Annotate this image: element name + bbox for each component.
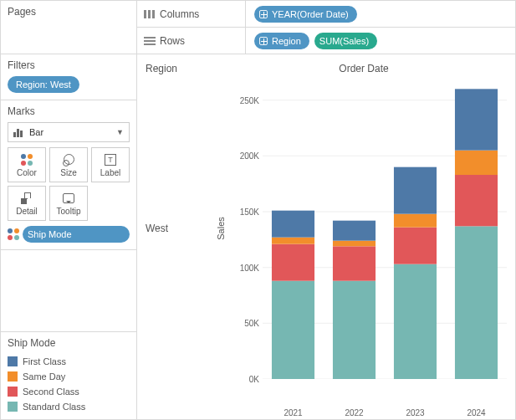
right-content: Columns YEAR(Order Date) Rows RegionSUM(… xyxy=(137,1,515,419)
bar-segment[interactable] xyxy=(272,244,314,281)
bar-segment[interactable] xyxy=(455,226,498,379)
marks-label-button[interactable]: T Label xyxy=(91,147,130,182)
tooltip-icon xyxy=(62,192,75,205)
chart-plot-area[interactable] xyxy=(263,78,507,379)
bar-chart-icon xyxy=(13,127,25,137)
marks-color-button[interactable]: Color xyxy=(8,147,46,182)
filters-title: Filters xyxy=(8,59,130,71)
marks-color-pill[interactable]: Ship Mode xyxy=(23,226,130,243)
y-tick-label: 200K xyxy=(240,151,259,161)
bar-segment[interactable] xyxy=(333,246,376,280)
filter-pill-region[interactable]: Region: West xyxy=(8,76,79,93)
rows-shelf-label: Rows xyxy=(137,28,246,54)
bar-segment[interactable] xyxy=(455,89,498,150)
columns-drop-area[interactable]: YEAR(Order Date) xyxy=(246,6,515,23)
x-axis-labels: 2021202220232024 xyxy=(263,408,507,417)
y-axis-ticks: 0K50K100K150K200K250K xyxy=(229,78,263,379)
bar-segment[interactable] xyxy=(394,214,437,228)
bar-segment[interactable] xyxy=(394,228,437,264)
mark-type-dropdown[interactable]: Bar ▼ xyxy=(8,122,130,142)
legend-item[interactable]: First Class xyxy=(8,354,130,369)
y-axis-title[interactable]: Sales xyxy=(212,78,229,379)
x-tick-label: 2023 xyxy=(385,408,446,417)
marks-color-label: Color xyxy=(17,168,37,177)
bar-segment[interactable] xyxy=(455,151,498,175)
legend-item[interactable]: Same Day xyxy=(8,369,130,384)
marks-color-assignment[interactable]: Ship Mode xyxy=(8,226,130,243)
viz-area: Region Order Date West Sales 0K50K100K15… xyxy=(137,54,515,419)
color-icon xyxy=(8,228,19,240)
column-field-header[interactable]: Order Date xyxy=(212,59,515,78)
y-tick-label: 100K xyxy=(240,263,259,272)
bar-segment[interactable] xyxy=(455,175,498,226)
field-pill[interactable]: Region xyxy=(254,33,309,49)
detail-icon xyxy=(20,192,33,205)
color-icon xyxy=(20,153,33,166)
x-tick-label: 2024 xyxy=(446,408,507,417)
color-legend: Ship Mode First ClassSame DaySecond Clas… xyxy=(1,331,136,419)
marks-size-label: Size xyxy=(60,168,76,177)
legend-swatch xyxy=(8,387,18,397)
legend-swatch xyxy=(8,356,18,366)
marks-buttons-grid: Color Size T Label Detail Tooltip xyxy=(8,147,130,221)
y-tick-label: 150K xyxy=(240,207,259,217)
bar-segment[interactable] xyxy=(394,167,437,214)
marks-tooltip-button[interactable]: Tooltip xyxy=(49,186,88,221)
rows-drop-area[interactable]: RegionSUM(Sales) xyxy=(246,33,515,49)
bar-segment[interactable] xyxy=(394,264,437,379)
legend-item[interactable]: Standard Class xyxy=(8,399,130,414)
bar-segment[interactable] xyxy=(333,241,376,247)
marks-label-label: Label xyxy=(100,168,120,177)
field-pill[interactable]: SUM(Sales) xyxy=(314,33,377,49)
legend-label: First Class xyxy=(23,356,66,366)
marks-detail-button[interactable]: Detail xyxy=(8,186,46,221)
legend-label: Standard Class xyxy=(23,402,85,412)
y-tick-label: 0K xyxy=(249,375,259,384)
row-field-header[interactable]: Region xyxy=(137,59,212,78)
legend-item[interactable]: Second Class xyxy=(8,384,130,399)
filters-shelf[interactable]: Filters Region: West xyxy=(1,54,136,100)
stacked-bar-chart xyxy=(263,78,507,379)
legend-swatch xyxy=(8,371,18,382)
x-tick-label: 2022 xyxy=(324,408,385,417)
mark-type-label: Bar xyxy=(29,127,43,137)
pages-shelf[interactable]: Pages xyxy=(1,1,136,54)
field-pill[interactable]: YEAR(Order Date) xyxy=(254,6,357,23)
bar-segment[interactable] xyxy=(272,281,314,379)
marks-tooltip-label: Tooltip xyxy=(57,207,81,216)
legend-title: Ship Mode xyxy=(8,337,130,349)
label-icon: T xyxy=(104,153,117,166)
tableau-worksheet: Pages Filters Region: West Marks Bar ▼ C… xyxy=(0,0,516,420)
bar-segment[interactable] xyxy=(333,221,376,241)
rows-icon xyxy=(144,37,156,45)
pages-title: Pages xyxy=(8,6,130,18)
chevron-down-icon: ▼ xyxy=(116,128,124,136)
row-header-value[interactable]: West xyxy=(137,78,212,379)
columns-shelf[interactable]: Columns YEAR(Order Date) xyxy=(137,1,515,28)
x-tick-label: 2021 xyxy=(263,408,324,417)
columns-icon xyxy=(144,10,156,18)
rows-shelf[interactable]: Rows RegionSUM(Sales) xyxy=(137,28,515,54)
columns-shelf-label: Columns xyxy=(137,1,246,27)
marks-size-button[interactable]: Size xyxy=(49,147,88,182)
expand-icon xyxy=(259,10,268,18)
bar-segment[interactable] xyxy=(272,211,314,238)
legend-label: Second Class xyxy=(23,387,79,397)
size-icon xyxy=(62,153,75,166)
expand-icon xyxy=(259,37,268,45)
left-sidebar: Pages Filters Region: West Marks Bar ▼ C… xyxy=(1,1,137,419)
legend-label: Same Day xyxy=(23,371,65,382)
y-tick-label: 50K xyxy=(244,319,259,328)
bar-segment[interactable] xyxy=(333,281,376,379)
marks-title: Marks xyxy=(8,105,130,117)
marks-detail-label: Detail xyxy=(16,207,38,216)
y-tick-label: 250K xyxy=(240,95,259,105)
marks-card: Marks Bar ▼ Color Size T Label xyxy=(1,100,136,250)
bar-segment[interactable] xyxy=(272,238,314,244)
legend-swatch xyxy=(8,402,18,412)
